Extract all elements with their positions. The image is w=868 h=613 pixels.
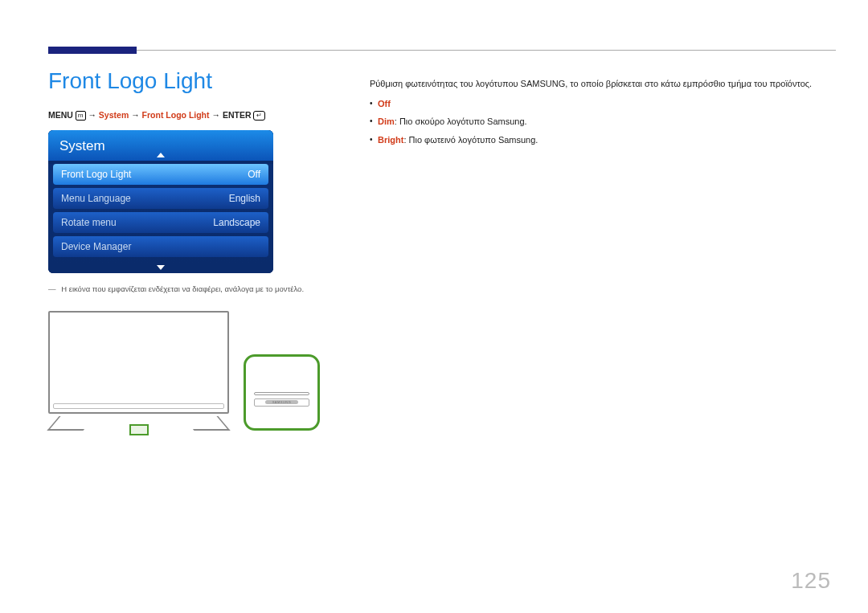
path-seg-front-logo-light: Front Logo Light bbox=[142, 110, 210, 120]
option-bright: Bright: Πιο φωτεινό λογότυπο Samsung. bbox=[370, 133, 836, 148]
osd-row-label: Rotate menu bbox=[61, 217, 117, 228]
option-dim-label: Dim bbox=[378, 116, 395, 126]
osd-row-label: Device Manager bbox=[61, 241, 131, 252]
osd-title: System bbox=[59, 138, 105, 153]
path-menu: MENU bbox=[48, 110, 73, 120]
arrow-icon: → bbox=[211, 110, 220, 120]
osd-row-label: Menu Language bbox=[61, 193, 131, 204]
scroll-down-icon[interactable] bbox=[157, 265, 165, 270]
osd-row-label: Front Logo Light bbox=[61, 169, 131, 180]
page: Front Logo Light MENU m → System → Front… bbox=[0, 0, 868, 613]
osd-row-value: Landscape bbox=[213, 217, 260, 228]
tv-stand bbox=[48, 413, 229, 431]
illustration: SAMSUNG bbox=[48, 311, 330, 431]
osd-row-rotate-menu[interactable]: Rotate menu Landscape bbox=[53, 212, 268, 233]
osd-header: System bbox=[48, 130, 273, 161]
osd-row-device-manager[interactable]: Device Manager bbox=[53, 236, 268, 257]
tv-screen bbox=[48, 311, 229, 414]
option-bright-label: Bright bbox=[378, 135, 403, 145]
intro-text: Ρύθμιση φωτεινότητας του λογότυπου SAMSU… bbox=[370, 76, 836, 92]
arrow-icon: → bbox=[88, 110, 96, 120]
option-bright-text: : Πιο φωτεινό λογότυπο Samsung. bbox=[403, 135, 538, 145]
zoom-logo: SAMSUNG bbox=[265, 400, 298, 404]
osd-list: Front Logo Light Off Menu Language Engli… bbox=[48, 164, 273, 264]
osd-row-menu-language[interactable]: Menu Language English bbox=[53, 188, 268, 209]
zoom-bar bbox=[254, 392, 309, 395]
tv-leg-right bbox=[182, 416, 230, 431]
option-list: Off Dim: Πιο σκούρο λογότυπο Samsung. Br… bbox=[370, 96, 836, 148]
option-dim-text: : Πιο σκούρο λογότυπο Samsung. bbox=[395, 116, 527, 126]
highlight-box bbox=[129, 424, 149, 435]
osd-row-value: English bbox=[229, 193, 260, 204]
osd-row-value: Off bbox=[248, 169, 260, 180]
page-number: 125 bbox=[791, 568, 831, 594]
tv-bezel bbox=[53, 403, 224, 409]
zoom-callout: SAMSUNG bbox=[244, 354, 320, 431]
osd-footer bbox=[48, 264, 273, 273]
option-off-label: Off bbox=[378, 99, 391, 108]
left-column: Front Logo Light MENU m → System → Front… bbox=[48, 68, 330, 431]
osd-menu: System Front Logo Light Off Menu Languag… bbox=[48, 130, 273, 273]
note-text: Η εικόνα που εμφανίζεται ενδέχεται να δι… bbox=[61, 284, 304, 293]
option-off: Off bbox=[370, 96, 836, 112]
dash-icon: ― bbox=[48, 284, 56, 293]
right-column: Ρύθμιση φωτεινότητας του λογότυπου SAMSU… bbox=[370, 68, 836, 431]
tv-outline bbox=[48, 311, 229, 431]
columns: Front Logo Light MENU m → System → Front… bbox=[48, 68, 836, 431]
path-seg-system: System bbox=[99, 110, 129, 120]
top-rule bbox=[48, 50, 836, 51]
menu-icon: m bbox=[76, 111, 86, 121]
tv-leg-left bbox=[47, 416, 95, 431]
scroll-up-icon[interactable] bbox=[157, 153, 165, 157]
model-note: ― Η εικόνα που εμφανίζεται ενδέχεται να … bbox=[48, 284, 330, 293]
arrow-icon: → bbox=[131, 110, 140, 120]
enter-icon: ↵ bbox=[253, 111, 265, 121]
menu-path: MENU m → System → Front Logo Light → ENT… bbox=[48, 110, 330, 121]
path-enter: ENTER bbox=[223, 110, 252, 120]
option-dim: Dim: Πιο σκούρο λογότυπο Samsung. bbox=[370, 114, 836, 129]
osd-row-front-logo-light[interactable]: Front Logo Light Off bbox=[53, 164, 268, 185]
page-title: Front Logo Light bbox=[48, 68, 330, 94]
